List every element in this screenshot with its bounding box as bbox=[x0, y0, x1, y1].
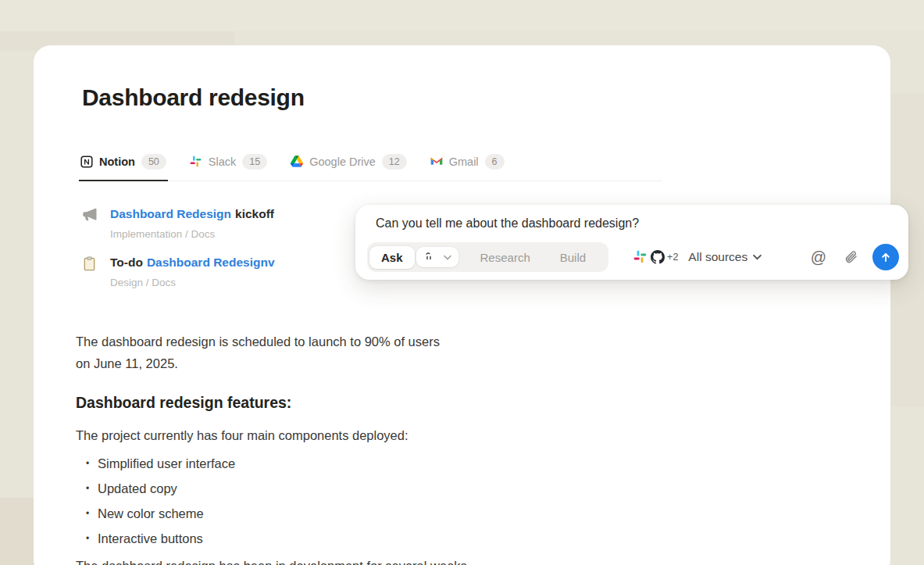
paragraph-launch: The dashboard redesign is scheduled to l… bbox=[76, 331, 576, 374]
source-tabs: Notion 50 Slack 15 bbox=[79, 154, 662, 181]
result-title: Dashboard Redesignkickoff bbox=[110, 206, 274, 222]
search-results: Dashboard Redesignkickoff Implementation… bbox=[82, 206, 275, 288]
tab-label: Slack bbox=[209, 156, 236, 168]
page-title: Dashboard redesign bbox=[82, 84, 305, 111]
tab-count-badge: 6 bbox=[485, 154, 505, 170]
github-icon bbox=[651, 250, 665, 264]
feature-item: New color scheme bbox=[76, 501, 576, 526]
extra-sources-count: +2 bbox=[667, 252, 678, 263]
tab-count-badge: 15 bbox=[242, 154, 267, 170]
slack-icon bbox=[633, 250, 648, 264]
result-breadcrumb: Implementation / Docs bbox=[110, 228, 274, 240]
mode-segmented-control: Ask Research Build bbox=[367, 242, 608, 272]
clipboard-icon bbox=[82, 256, 98, 272]
document-body: The dashboard redesign is scheduled to l… bbox=[76, 331, 576, 565]
all-sources-dropdown[interactable]: +2 All sources bbox=[633, 250, 762, 264]
tab-count-badge: 12 bbox=[382, 154, 407, 170]
feature-item: Simplified user interface bbox=[76, 451, 576, 476]
result-title-rest: kickoff bbox=[235, 207, 274, 220]
feature-list: Simplified user interface Updated copy N… bbox=[76, 451, 576, 551]
chat-question-input[interactable]: Can you tell me about the dashboard rede… bbox=[376, 216, 639, 231]
result-dashboard-redesign-kickoff[interactable]: Dashboard Redesignkickoff Implementation… bbox=[82, 206, 275, 240]
chevron-down-icon bbox=[444, 255, 451, 260]
attach-file-button[interactable] bbox=[844, 250, 858, 265]
tab-gmail[interactable]: Gmail 6 bbox=[429, 154, 506, 181]
tab-label: Notion bbox=[99, 156, 135, 168]
send-button[interactable] bbox=[872, 244, 899, 270]
mode-research-button[interactable]: Research bbox=[480, 246, 530, 269]
all-sources-label: All sources bbox=[688, 250, 747, 264]
chevron-down-icon bbox=[753, 254, 762, 260]
result-link[interactable]: Dashboard Redesignv bbox=[147, 256, 275, 269]
notion-ai-face-icon bbox=[423, 252, 434, 263]
result-breadcrumb: Design / Docs bbox=[110, 277, 275, 288]
slack-icon bbox=[190, 156, 202, 168]
feature-item: Updated copy bbox=[76, 476, 576, 501]
tab-label: Gmail bbox=[449, 156, 479, 168]
mention-button[interactable]: @ bbox=[811, 249, 826, 266]
tab-slack[interactable]: Slack 15 bbox=[188, 154, 269, 181]
features-heading: Dashboard redesign features: bbox=[76, 394, 576, 412]
gmail-icon bbox=[430, 156, 443, 168]
background-texture bbox=[0, 0, 924, 31]
mode-build-button[interactable]: Build bbox=[560, 246, 586, 269]
result-todo-dashboard-redesign[interactable]: To-doDashboard Redesignv Design / Docs bbox=[82, 255, 275, 288]
result-title: To-doDashboard Redesignv bbox=[110, 255, 275, 270]
tab-notion[interactable]: Notion 50 bbox=[79, 154, 168, 181]
mode-ask-button[interactable]: Ask bbox=[369, 246, 415, 269]
tab-label: Google Drive bbox=[309, 156, 376, 168]
paragraph-development: The dashboard redesign has been in devel… bbox=[76, 556, 576, 565]
feature-item: Interactive buttons bbox=[76, 526, 576, 551]
tab-google-drive[interactable]: Google Drive 12 bbox=[289, 154, 408, 181]
notion-icon bbox=[80, 156, 93, 168]
desktop-background: Dashboard redesign Notion 50 bbox=[0, 0, 924, 565]
result-link[interactable]: Dashboard Redesign bbox=[110, 207, 231, 220]
result-title-prefix: To-do bbox=[110, 256, 143, 269]
tab-count-badge: 50 bbox=[141, 154, 166, 170]
ai-chat-card: Can you tell me about the dashboard rede… bbox=[355, 205, 908, 280]
megaphone-icon bbox=[82, 207, 98, 223]
model-selector-dropdown[interactable] bbox=[416, 247, 458, 267]
chat-toolbar: Ask Research Build bbox=[367, 242, 899, 272]
google-drive-icon bbox=[291, 156, 303, 168]
arrow-up-icon bbox=[879, 250, 893, 264]
notion-page-card: Dashboard redesign Notion 50 bbox=[34, 45, 890, 565]
paragraph-components: The project currently has four main comp… bbox=[76, 425, 576, 447]
